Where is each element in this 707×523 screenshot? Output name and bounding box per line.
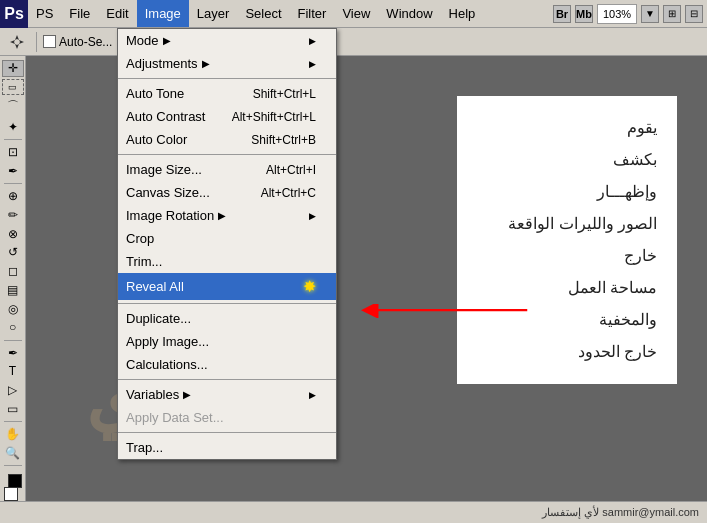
tool-sep-2 [4,183,22,184]
menu-item-image[interactable]: Image [137,0,189,27]
menu-item-view[interactable]: View [334,0,378,27]
menu-bar: Ps PS File Edit Image Layer Select Filte… [0,0,707,28]
tool-eraser[interactable]: ◻ [2,263,24,280]
tool-shape[interactable]: ▭ [2,400,24,417]
toolbar: Auto-Se... ⊕ [0,28,707,56]
image-rotation-label: Image Rotation [126,208,214,223]
auto-select-container: Auto-Se... [43,35,112,49]
menu-apply-data-set[interactable]: Apply Data Set... [118,406,336,429]
menu-trim[interactable]: Trim... [118,250,336,273]
cursor-burst: ✸ [303,277,316,296]
sep-1 [118,78,336,79]
menu-auto-color[interactable]: Auto Color Shift+Ctrl+B [118,128,336,151]
menu-image-size[interactable]: Image Size... Alt+Ctrl+I [118,158,336,181]
tool-move[interactable]: ✛ [2,60,24,77]
menu-duplicate[interactable]: Duplicate... [118,307,336,330]
menu-mode-label: Mode [126,33,159,48]
tool-text[interactable]: T [2,363,24,380]
mini-bridge-button[interactable]: Mb [575,5,593,23]
tool-eyedropper[interactable]: ✒ [2,163,24,180]
tool-gradient[interactable]: ▤ [2,282,24,299]
rotation-arrow: ▶ [218,210,226,221]
tool-healing[interactable]: ⊕ [2,188,24,205]
tool-sep-3 [4,340,22,341]
sep-4 [118,379,336,380]
svg-marker-0 [10,35,24,49]
arabic-line-1: يقوم [477,112,657,144]
menu-crop[interactable]: Crop [118,227,336,250]
tool-zoom[interactable]: 🔍 [2,445,24,462]
arabic-line-4: الصور والليرات الواقعة [477,208,657,240]
variables-label: Variables [126,387,179,402]
move-tool-options[interactable] [4,31,30,53]
menu-adjustments-label: Adjustments [126,56,198,71]
auto-contrast-label: Auto Contrast [126,109,206,124]
tool-crop[interactable]: ⊡ [2,144,24,161]
apply-image-label: Apply Image... [126,334,209,349]
menu-item-layer[interactable]: Layer [189,0,238,27]
menu-item-window[interactable]: Window [378,0,440,27]
tool-clone[interactable]: ⊗ [2,225,24,242]
menu-calculations[interactable]: Calculations... [118,353,336,376]
menu-item-edit[interactable]: Edit [98,0,136,27]
menu-reveal-all[interactable]: Reveal All ✸ [118,273,336,300]
tool-marquee[interactable]: ▭ [2,79,24,96]
tool-hand[interactable]: ✋ [2,426,24,443]
menu-adjustments[interactable]: Adjustments ▶ [118,52,336,75]
menu-item-filter[interactable]: Filter [290,0,335,27]
arabic-line-8: خارج الحدود [477,336,657,368]
arabic-line-7: والمخفية [477,304,657,336]
menu-variables[interactable]: Variables ▶ [118,383,336,406]
tool-pen[interactable]: ✒ [2,344,24,361]
tool-blur[interactable]: ◎ [2,300,24,317]
auto-color-shortcut: Shift+Ctrl+B [251,133,316,147]
tool-dodge[interactable]: ○ [2,319,24,336]
bridge-button[interactable]: Br [553,5,571,23]
zoom-dropdown-button[interactable]: ▼ [641,5,659,23]
auto-color-label: Auto Color [126,132,187,147]
menu-mode[interactable]: Mode ▶ [118,29,336,52]
menu-canvas-size[interactable]: Canvas Size... Alt+Ctrl+C [118,181,336,204]
tool-history[interactable]: ↺ [2,244,24,261]
zoom-input[interactable]: 103% [597,4,637,24]
tool-brush[interactable]: ✏ [2,207,24,224]
menu-item-select[interactable]: Select [237,0,289,27]
auto-tone-label: Auto Tone [126,86,184,101]
image-size-label: Image Size... [126,162,202,177]
auto-tone-shortcut: Shift+Ctrl+L [253,87,316,101]
menu-item-ps[interactable]: PS [28,0,61,27]
menu-image-rotation[interactable]: Image Rotation ▶ [118,204,336,227]
mode-arrow: ▶ [163,35,171,46]
menu-items: PS File Edit Image Layer Select Filter V… [28,0,483,27]
color-swatches [6,472,20,501]
foreground-color[interactable] [8,474,22,488]
tool-path-select[interactable]: ▷ [2,382,24,399]
tool-sep-4 [4,421,22,422]
app-logo: Ps [0,0,28,28]
trim-label: Trim... [126,254,162,269]
menu-item-file[interactable]: File [61,0,98,27]
arabic-line-5: خارج [477,240,657,272]
menu-apply-image[interactable]: Apply Image... [118,330,336,353]
toolbar-sep-1 [36,32,37,52]
bottom-bar: sammir@ymail.com لأي إستفسار [0,501,707,523]
auto-select-checkbox[interactable] [43,35,56,48]
tool-magic-wand[interactable]: ✦ [2,118,24,135]
sep-3 [118,303,336,304]
tool-lasso[interactable]: ⌒ [2,97,24,116]
adjustments-arrow: ▶ [202,58,210,69]
reveal-all-label: Reveal All [126,279,184,294]
menu-trap[interactable]: Trap... [118,436,336,459]
menu-item-help[interactable]: Help [441,0,484,27]
menu-auto-tone[interactable]: Auto Tone Shift+Ctrl+L [118,82,336,105]
sep-5 [118,432,336,433]
arrange-button[interactable]: ⊞ [663,5,681,23]
canvas-size-label: Canvas Size... [126,185,210,200]
arabic-line-2: بكشف [477,144,657,176]
image-size-shortcut: Alt+Ctrl+I [266,163,316,177]
background-color[interactable] [4,487,18,501]
menu-auto-contrast[interactable]: Auto Contrast Alt+Shift+Ctrl+L [118,105,336,128]
image-dropdown-menu: Mode ▶ Adjustments ▶ Auto Tone Shift+Ctr… [117,28,337,460]
workspace-button[interactable]: ⊟ [685,5,703,23]
arabic-line-6: مساحة العمل [477,272,657,304]
